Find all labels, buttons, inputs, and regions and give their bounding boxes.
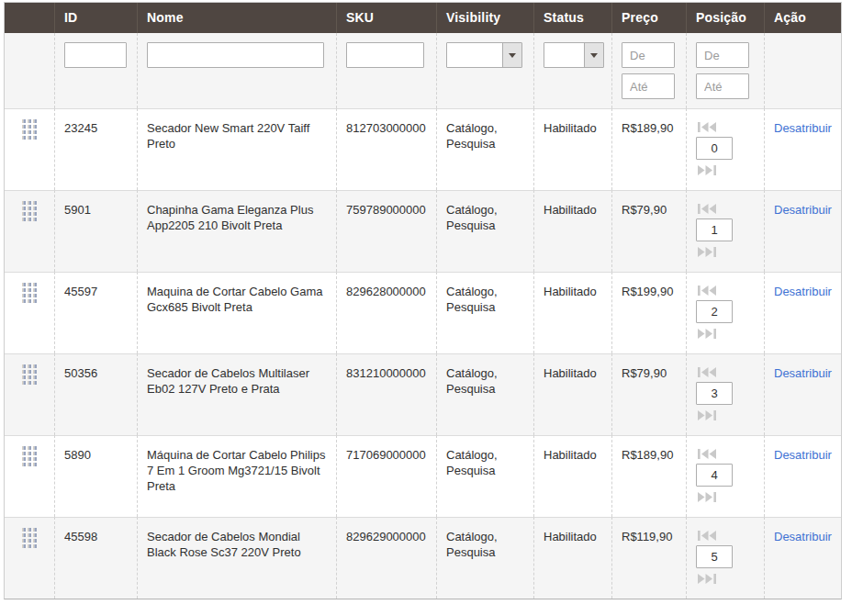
move-to-bottom-icon[interactable] — [698, 573, 716, 584]
product-sku: 829628000000 — [346, 285, 426, 298]
move-to-top-icon[interactable] — [698, 530, 716, 541]
nome-cell: Secador de Cabelos Multilaser Eb02 127V … — [137, 353, 336, 435]
table-row: 50356 Secador de Cabelos Multilaser Eb02… — [5, 353, 841, 435]
sku-cell: 717069000000 — [336, 435, 436, 517]
drag-handle-icon[interactable] — [22, 283, 37, 303]
product-name: Máquina de Cortar Cabelo Philips 7 Em 1 … — [147, 448, 325, 493]
desatribuir-link[interactable]: Desatribuir — [774, 285, 832, 298]
table-row: 23245 Secador New Smart 220V Taiff Preto… — [5, 108, 841, 190]
posicao-cell — [686, 353, 764, 435]
move-to-top-icon[interactable] — [698, 203, 716, 214]
visibility-cell: Catálogo, Pesquisa — [436, 190, 533, 272]
position-input[interactable] — [696, 464, 733, 487]
move-to-bottom-icon[interactable] — [698, 491, 716, 502]
header-status[interactable]: Status — [533, 3, 611, 33]
nome-filter-input[interactable] — [147, 42, 324, 68]
id-cell: 50356 — [54, 353, 137, 435]
acao-cell: Desatribuir — [764, 272, 841, 353]
status-cell: Habilitado — [533, 435, 611, 517]
product-sku: 831210000000 — [346, 366, 426, 380]
status-cell: Habilitado — [533, 272, 611, 353]
move-to-top-icon[interactable] — [698, 448, 716, 459]
drag-handle-icon[interactable] — [22, 201, 37, 221]
position-widget — [696, 284, 755, 339]
position-widget — [696, 202, 755, 257]
position-widget — [696, 120, 755, 175]
desatribuir-link[interactable]: Desatribuir — [774, 203, 832, 217]
product-visibility: Catálogo, Pesquisa — [446, 448, 498, 477]
product-id: 5890 — [64, 448, 91, 462]
drag-handle-icon[interactable] — [22, 528, 37, 548]
posicao-de-input[interactable] — [696, 42, 749, 68]
product-price: R$199,90 — [622, 285, 673, 298]
id-cell: 45597 — [54, 272, 137, 353]
table-row: 45597 Maquina de Cortar Cabelo Gama Gcx6… — [5, 272, 841, 353]
acao-cell: Desatribuir — [764, 190, 841, 272]
position-input[interactable] — [696, 545, 733, 568]
table-row: 5901 Chapinha Gama Eleganza Plus App2205… — [5, 190, 841, 272]
header-sku[interactable]: SKU — [336, 3, 436, 33]
table-body: 23245 Secador New Smart 220V Taiff Preto… — [5, 33, 841, 599]
position-input[interactable] — [696, 382, 733, 405]
product-id: 45597 — [64, 285, 97, 298]
move-to-bottom-icon[interactable] — [698, 164, 716, 175]
filter-sku-cell — [336, 33, 436, 108]
product-visibility: Catálogo, Pesquisa — [446, 366, 498, 396]
header-nome[interactable]: Nome — [137, 3, 336, 33]
position-input[interactable] — [696, 218, 733, 241]
move-to-top-icon[interactable] — [698, 121, 716, 132]
filter-acao-cell — [764, 33, 841, 108]
preco-cell: R$199,90 — [611, 272, 686, 353]
header-drag — [5, 3, 54, 33]
acao-cell: Desatribuir — [764, 353, 841, 435]
position-input[interactable] — [696, 137, 733, 160]
nome-cell: Secador de Cabelos Mondial Black Rose Sc… — [137, 517, 336, 599]
move-to-bottom-icon[interactable] — [698, 328, 716, 339]
product-status: Habilitado — [544, 366, 597, 380]
position-input[interactable] — [696, 300, 733, 323]
posicao-ate-input[interactable] — [696, 73, 749, 99]
id-filter-input[interactable] — [64, 42, 127, 68]
header-posicao[interactable]: Posição — [686, 3, 764, 33]
id-cell: 5890 — [54, 435, 137, 517]
product-status: Habilitado — [544, 530, 597, 543]
product-sku: 717069000000 — [346, 448, 426, 462]
status-cell: Habilitado — [533, 108, 611, 190]
acao-cell: Desatribuir — [764, 435, 841, 517]
move-to-top-icon[interactable] — [698, 285, 716, 296]
desatribuir-link[interactable]: Desatribuir — [774, 366, 832, 380]
position-widget — [696, 365, 755, 420]
move-to-bottom-icon[interactable] — [698, 246, 716, 257]
desatribuir-link[interactable]: Desatribuir — [774, 448, 832, 462]
header-id[interactable]: ID — [54, 3, 137, 33]
product-id: 45598 — [64, 530, 97, 543]
visibility-cell: Catálogo, Pesquisa — [436, 353, 533, 435]
visibility-filter-select[interactable] — [446, 42, 522, 68]
preco-ate-input[interactable] — [622, 73, 675, 99]
move-to-top-icon[interactable] — [698, 366, 716, 377]
nome-cell: Máquina de Cortar Cabelo Philips 7 Em 1 … — [137, 435, 336, 517]
filter-visibility-cell — [436, 33, 533, 108]
filter-row — [5, 33, 841, 108]
desatribuir-link[interactable]: Desatribuir — [774, 121, 832, 135]
product-price: R$79,90 — [622, 203, 667, 217]
position-widget — [696, 529, 755, 584]
drag-handle-icon[interactable] — [22, 446, 37, 466]
sku-filter-input[interactable] — [346, 42, 424, 68]
preco-de-input[interactable] — [622, 42, 675, 68]
move-to-bottom-icon[interactable] — [698, 409, 716, 420]
status-cell: Habilitado — [533, 517, 611, 599]
header-acao[interactable]: Ação — [764, 3, 841, 33]
id-cell: 5901 — [54, 190, 137, 272]
drag-handle-icon[interactable] — [22, 364, 37, 385]
product-sku: 759789000000 — [346, 203, 426, 217]
preco-cell: R$79,90 — [611, 190, 686, 272]
desatribuir-link[interactable]: Desatribuir — [774, 530, 832, 543]
nome-cell: Maquina de Cortar Cabelo Gama Gcx685 Biv… — [137, 272, 336, 353]
header-visibility[interactable]: Visibility — [436, 3, 533, 33]
status-filter-select[interactable] — [544, 42, 604, 68]
product-visibility: Catálogo, Pesquisa — [446, 530, 498, 559]
header-preco[interactable]: Preço — [611, 3, 686, 33]
drag-handle-icon[interactable] — [22, 119, 37, 140]
product-sku: 829629000000 — [346, 530, 426, 543]
